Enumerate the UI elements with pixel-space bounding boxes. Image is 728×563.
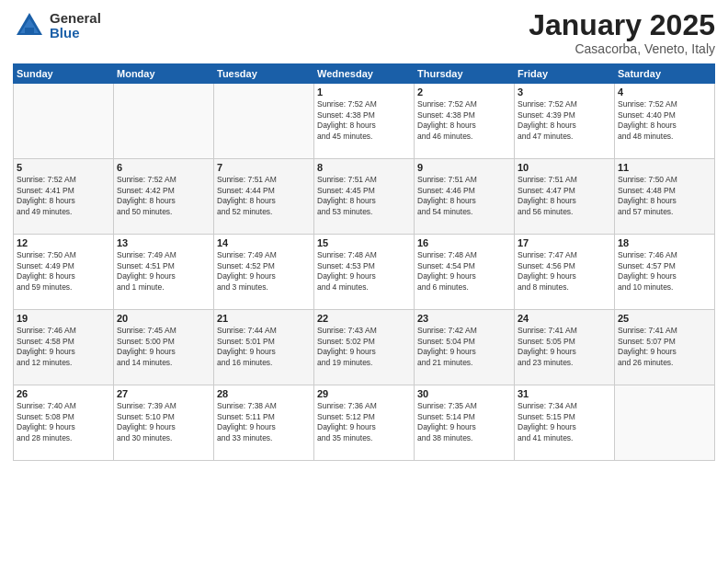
day-number: 4 [618, 86, 711, 98]
day-number: 24 [518, 313, 611, 324]
day-number: 18 [618, 237, 711, 248]
svg-rect-2 [25, 28, 34, 35]
table-row: 14Sunrise: 7:49 AM Sunset: 4:52 PM Dayli… [214, 235, 314, 310]
day-info: Sunrise: 7:43 AM Sunset: 5:02 PM Dayligh… [317, 326, 411, 368]
day-number: 29 [317, 388, 411, 399]
table-row: 7Sunrise: 7:51 AM Sunset: 4:44 PM Daylig… [214, 159, 314, 235]
table-row: 27Sunrise: 7:39 AM Sunset: 5:10 PM Dayli… [114, 385, 214, 461]
day-info: Sunrise: 7:46 AM Sunset: 4:57 PM Dayligh… [618, 250, 711, 293]
day-number: 20 [117, 313, 210, 324]
day-number: 17 [518, 237, 611, 248]
header: General Blue January 2025 Casacorba, Ven… [13, 9, 715, 56]
day-info: Sunrise: 7:52 AM Sunset: 4:38 PM Dayligh… [317, 99, 411, 142]
table-row: 13Sunrise: 7:49 AM Sunset: 4:51 PM Dayli… [114, 235, 214, 310]
day-number: 19 [17, 313, 110, 324]
table-row: 15Sunrise: 7:48 AM Sunset: 4:53 PM Dayli… [314, 235, 415, 310]
day-info: Sunrise: 7:49 AM Sunset: 4:51 PM Dayligh… [117, 250, 210, 293]
day-info: Sunrise: 7:39 AM Sunset: 5:10 PM Dayligh… [117, 401, 210, 443]
table-row: 29Sunrise: 7:36 AM Sunset: 5:12 PM Dayli… [314, 385, 415, 461]
day-number: 23 [417, 313, 511, 324]
logo-icon [13, 9, 46, 42]
day-info: Sunrise: 7:48 AM Sunset: 4:53 PM Dayligh… [317, 250, 411, 293]
day-number: 11 [618, 162, 711, 173]
table-row: 18Sunrise: 7:46 AM Sunset: 4:57 PM Dayli… [615, 235, 715, 310]
col-tuesday: Tuesday [214, 64, 314, 84]
day-info: Sunrise: 7:52 AM Sunset: 4:39 PM Dayligh… [518, 99, 611, 142]
day-info: Sunrise: 7:38 AM Sunset: 5:11 PM Dayligh… [217, 401, 311, 443]
logo: General Blue [13, 9, 101, 42]
day-number: 31 [518, 388, 611, 399]
table-row: 24Sunrise: 7:41 AM Sunset: 5:05 PM Dayli… [515, 310, 615, 385]
table-row: 26Sunrise: 7:40 AM Sunset: 5:08 PM Dayli… [14, 385, 114, 461]
day-info: Sunrise: 7:36 AM Sunset: 5:12 PM Dayligh… [317, 401, 411, 443]
day-info: Sunrise: 7:52 AM Sunset: 4:40 PM Dayligh… [618, 99, 711, 142]
title-block: January 2025 Casacorba, Veneto, Italy [529, 9, 715, 56]
day-info: Sunrise: 7:46 AM Sunset: 4:58 PM Dayligh… [17, 326, 110, 368]
table-row [14, 84, 114, 159]
day-number: 27 [117, 388, 210, 399]
day-number: 12 [17, 237, 110, 248]
calendar-week-row: 19Sunrise: 7:46 AM Sunset: 4:58 PM Dayli… [14, 310, 715, 385]
col-thursday: Thursday [415, 64, 515, 84]
table-row [214, 84, 314, 159]
col-monday: Monday [114, 64, 214, 84]
table-row: 12Sunrise: 7:50 AM Sunset: 4:49 PM Dayli… [14, 235, 114, 310]
calendar-week-row: 5Sunrise: 7:52 AM Sunset: 4:41 PM Daylig… [14, 159, 715, 235]
calendar-week-row: 12Sunrise: 7:50 AM Sunset: 4:49 PM Dayli… [14, 235, 715, 310]
col-sunday: Sunday [14, 64, 114, 84]
table-row: 17Sunrise: 7:47 AM Sunset: 4:56 PM Dayli… [515, 235, 615, 310]
day-number: 8 [317, 162, 411, 173]
day-info: Sunrise: 7:52 AM Sunset: 4:42 PM Dayligh… [117, 175, 210, 217]
calendar-week-row: 26Sunrise: 7:40 AM Sunset: 5:08 PM Dayli… [14, 385, 715, 461]
day-number: 7 [217, 162, 311, 173]
table-row [615, 385, 715, 461]
day-number: 13 [117, 237, 210, 248]
day-number: 26 [17, 388, 110, 399]
table-row: 31Sunrise: 7:34 AM Sunset: 5:15 PM Dayli… [515, 385, 615, 461]
day-number: 5 [17, 162, 110, 173]
calendar-table: Sunday Monday Tuesday Wednesday Thursday… [13, 63, 715, 461]
day-number: 30 [417, 388, 511, 399]
table-row: 5Sunrise: 7:52 AM Sunset: 4:41 PM Daylig… [14, 159, 114, 235]
table-row: 9Sunrise: 7:51 AM Sunset: 4:46 PM Daylig… [415, 159, 515, 235]
day-number: 3 [518, 86, 611, 98]
calendar-title: January 2025 [529, 9, 715, 41]
day-info: Sunrise: 7:51 AM Sunset: 4:44 PM Dayligh… [217, 175, 311, 217]
day-number: 2 [417, 86, 511, 98]
calendar-page: General Blue January 2025 Casacorba, Ven… [0, 0, 728, 563]
day-info: Sunrise: 7:52 AM Sunset: 4:41 PM Dayligh… [17, 175, 110, 217]
table-row [114, 84, 214, 159]
day-info: Sunrise: 7:35 AM Sunset: 5:14 PM Dayligh… [417, 401, 511, 443]
table-row: 11Sunrise: 7:50 AM Sunset: 4:48 PM Dayli… [615, 159, 715, 235]
table-row: 21Sunrise: 7:44 AM Sunset: 5:01 PM Dayli… [214, 310, 314, 385]
logo-general-text: General [50, 11, 101, 27]
day-info: Sunrise: 7:41 AM Sunset: 5:05 PM Dayligh… [518, 326, 611, 368]
table-row: 1Sunrise: 7:52 AM Sunset: 4:38 PM Daylig… [314, 84, 415, 159]
table-row: 6Sunrise: 7:52 AM Sunset: 4:42 PM Daylig… [114, 159, 214, 235]
day-info: Sunrise: 7:51 AM Sunset: 4:46 PM Dayligh… [417, 175, 511, 217]
day-info: Sunrise: 7:52 AM Sunset: 4:38 PM Dayligh… [417, 99, 511, 142]
day-info: Sunrise: 7:42 AM Sunset: 5:04 PM Dayligh… [417, 326, 511, 368]
day-info: Sunrise: 7:47 AM Sunset: 4:56 PM Dayligh… [518, 250, 611, 293]
table-row: 30Sunrise: 7:35 AM Sunset: 5:14 PM Dayli… [415, 385, 515, 461]
table-row: 3Sunrise: 7:52 AM Sunset: 4:39 PM Daylig… [515, 84, 615, 159]
day-number: 6 [117, 162, 210, 173]
table-row: 10Sunrise: 7:51 AM Sunset: 4:47 PM Dayli… [515, 159, 615, 235]
calendar-week-row: 1Sunrise: 7:52 AM Sunset: 4:38 PM Daylig… [14, 84, 715, 159]
day-info: Sunrise: 7:51 AM Sunset: 4:45 PM Dayligh… [317, 175, 411, 217]
col-saturday: Saturday [615, 64, 715, 84]
day-info: Sunrise: 7:44 AM Sunset: 5:01 PM Dayligh… [217, 326, 311, 368]
day-info: Sunrise: 7:50 AM Sunset: 4:48 PM Dayligh… [618, 175, 711, 217]
day-info: Sunrise: 7:45 AM Sunset: 5:00 PM Dayligh… [117, 326, 210, 368]
table-row: 2Sunrise: 7:52 AM Sunset: 4:38 PM Daylig… [415, 84, 515, 159]
day-number: 9 [417, 162, 511, 173]
day-info: Sunrise: 7:41 AM Sunset: 5:07 PM Dayligh… [618, 326, 711, 368]
day-info: Sunrise: 7:49 AM Sunset: 4:52 PM Dayligh… [217, 250, 311, 293]
day-info: Sunrise: 7:34 AM Sunset: 5:15 PM Dayligh… [518, 401, 611, 443]
table-row: 4Sunrise: 7:52 AM Sunset: 4:40 PM Daylig… [615, 84, 715, 159]
day-number: 22 [317, 313, 411, 324]
table-row: 23Sunrise: 7:42 AM Sunset: 5:04 PM Dayli… [415, 310, 515, 385]
day-number: 15 [317, 237, 411, 248]
logo-text: General Blue [50, 11, 101, 41]
table-row: 20Sunrise: 7:45 AM Sunset: 5:00 PM Dayli… [114, 310, 214, 385]
